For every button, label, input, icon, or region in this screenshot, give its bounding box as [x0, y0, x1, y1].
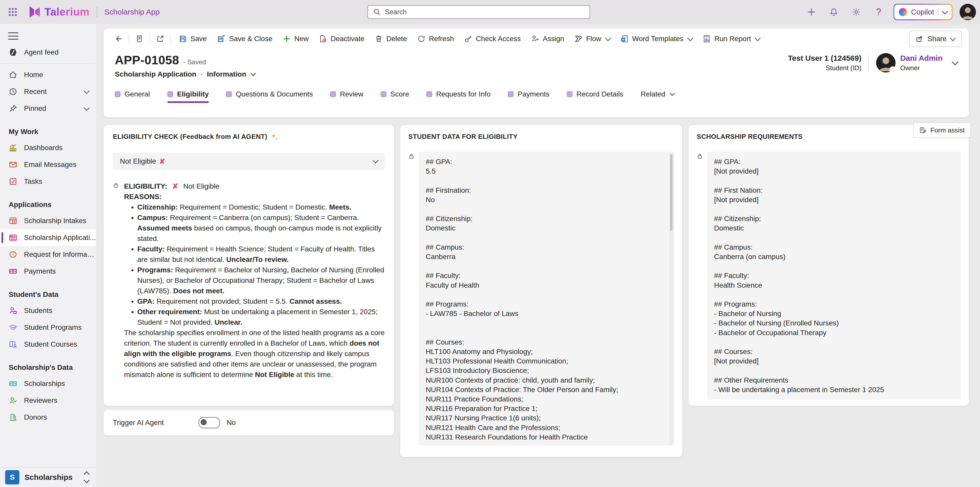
sidebar-item-home[interactable]: Home	[0, 66, 96, 83]
button-label: Refresh	[429, 35, 454, 43]
graduation-cap-icon	[9, 323, 18, 332]
copilot-button[interactable]: Copilot	[894, 4, 953, 20]
tab-questions-documents[interactable]: Questions & Documents	[226, 86, 313, 103]
user-avatar[interactable]	[959, 4, 976, 20]
popout-button[interactable]	[153, 31, 167, 46]
refresh-button[interactable]: Refresh	[413, 31, 458, 46]
sidebar-item-scholarship-applications[interactable]: Scholarship Applicati...	[0, 229, 96, 246]
form-selector[interactable]: Information	[207, 70, 246, 78]
form-switcher-button[interactable]	[132, 31, 146, 46]
delete-button[interactable]: Delete	[370, 31, 412, 46]
header-chevron-down-icon[interactable]	[952, 59, 959, 65]
sidebar-item-label: Donors	[24, 413, 96, 422]
toggle-label: Trigger AI Agent	[113, 419, 199, 427]
waffle-icon[interactable]	[4, 3, 21, 21]
button-label: Save	[190, 35, 207, 43]
flow-button[interactable]: Flow	[570, 31, 615, 46]
back-button[interactable]	[111, 31, 126, 46]
form-assist-button[interactable]: Form assist	[913, 123, 971, 138]
area-switcher[interactable]: S Scholarships	[0, 467, 96, 487]
app-area-name[interactable]: Scholarship App	[104, 8, 160, 16]
deactivate-button[interactable]: Deactivate	[314, 31, 369, 46]
copilot-chevron-down-icon[interactable]	[942, 8, 948, 14]
deactivate-icon	[319, 35, 327, 43]
tab-label: Related	[641, 90, 665, 98]
sidebar-item-scholarship-intakes[interactable]: Scholarship Intakes	[0, 212, 96, 229]
requirements-textarea[interactable]: ## GPA: [Not provided] ## First Nation: …	[707, 152, 961, 399]
button-label: Save & Close	[229, 35, 272, 43]
share-button[interactable]: Share	[909, 31, 962, 47]
owner-avatar	[876, 53, 896, 73]
reason-item: Campus: Requirement = Canberra (on campu…	[137, 212, 385, 244]
word-templates-button[interactable]: W Word Templates	[616, 31, 697, 46]
sidebar-item-label: Payments	[24, 267, 96, 275]
settings-gear-icon[interactable]	[849, 4, 864, 20]
tab-general[interactable]: General	[115, 86, 150, 103]
sidebar-item-recent[interactable]: Recent	[0, 83, 96, 100]
sidebar-item-students[interactable]: Students	[0, 302, 96, 319]
record-header-card: Save Save & Close New Deactivate Delete	[103, 29, 969, 118]
app-logo[interactable]: Talerium	[29, 5, 89, 19]
sidebar-item-email-messages[interactable]: Email Messages	[0, 156, 96, 173]
scholarship-app-window: Talerium Scholarship App Search	[0, 0, 980, 487]
sidebar-item-agent-feed[interactable]: Agent feed	[0, 44, 96, 61]
scrollbar[interactable]	[669, 153, 674, 445]
trigger-ai-toggle[interactable]	[199, 417, 220, 428]
sidebar-section-title: Applications	[0, 197, 96, 212]
run-report-button[interactable]: Run Report	[698, 31, 764, 46]
sidebar-item-label: Pinned	[24, 104, 78, 113]
assign-button[interactable]: Assign	[527, 31, 569, 46]
new-button[interactable]: New	[278, 31, 313, 46]
flow-icon	[574, 35, 583, 43]
chevron-down-icon	[950, 35, 956, 41]
save-button[interactable]: Save	[174, 31, 211, 46]
copilot-divider	[938, 7, 939, 17]
eligibility-heading-value: Not Eligible	[183, 182, 220, 190]
eligibility-heading: ELIGIBILITY:	[124, 182, 167, 190]
sidebar-item-request-for-information[interactable]: Request for Informati...	[0, 246, 96, 263]
tab-related[interactable]: Related	[641, 86, 674, 103]
chevron-down-icon[interactable]	[83, 105, 89, 111]
tab-label: Eligibility	[177, 90, 209, 98]
eligibility-status-dropdown[interactable]: Not Eligible ✘	[113, 153, 385, 170]
owner-field[interactable]: Dani Admin Owner	[876, 53, 942, 73]
sidebar-item-payments[interactable]: Payments	[0, 263, 96, 280]
tab-payments[interactable]: Payments	[508, 86, 549, 103]
sidebar-item-tasks[interactable]: Tasks	[0, 173, 96, 190]
sidebar-item-dashboards[interactable]: Dashboards	[0, 139, 96, 156]
refresh-icon	[417, 35, 425, 43]
tab-eligibility[interactable]: Eligibility	[167, 86, 209, 103]
form-assist-label: Form assist	[931, 126, 965, 134]
sidebar-item-pinned[interactable]: Pinned	[0, 100, 96, 117]
tab-requests-for-info[interactable]: Requests for Info	[426, 86, 490, 103]
sidebar-divider	[0, 63, 96, 64]
sidebar-item-scholarships[interactable]: Scholarships	[0, 375, 96, 392]
button-label: Run Report	[714, 35, 751, 43]
button-label: Delete	[387, 35, 407, 43]
app-logo-icon	[29, 5, 41, 19]
chevron-down-icon[interactable]	[251, 70, 256, 76]
chevron-down-icon	[687, 35, 694, 41]
save-and-close-button[interactable]: Save & Close	[212, 31, 277, 46]
area-switcher-updown-icon[interactable]	[84, 472, 89, 482]
global-search-input[interactable]: Search	[368, 5, 590, 19]
help-icon[interactable]: ?	[871, 4, 886, 20]
sidebar-item-student-programs[interactable]: Student Programs	[0, 319, 96, 336]
tab-review[interactable]: Review	[330, 86, 363, 103]
sidebar-item-student-courses[interactable]: Student Courses	[0, 336, 96, 353]
chevron-down-icon[interactable]	[83, 88, 89, 94]
hamburger-menu-icon[interactable]	[8, 30, 18, 42]
tab-record-details[interactable]: Record Details	[567, 86, 624, 103]
sidebar-item-donors[interactable]: Donors	[0, 409, 96, 426]
student-lookup[interactable]: Test User 1 (124569) Student (ID)	[788, 54, 861, 72]
sidebar-item-reviewers[interactable]: Reviewers	[0, 392, 96, 409]
reason-item: Other requirement: Must be undertaking a…	[137, 307, 385, 328]
quick-create-plus-icon[interactable]	[803, 4, 819, 20]
tab-score[interactable]: Score	[381, 86, 409, 103]
banknote-icon	[9, 267, 18, 276]
check-access-button[interactable]: Check Access	[460, 31, 525, 46]
student-data-textarea[interactable]: ## GPA: 5.5 ## Firstnation: No ## Citize…	[418, 152, 674, 446]
sidebar-item-label: Dashboards	[24, 144, 96, 152]
sidebar-item-label: Reviewers	[24, 396, 96, 404]
notifications-bell-icon[interactable]	[826, 4, 842, 20]
